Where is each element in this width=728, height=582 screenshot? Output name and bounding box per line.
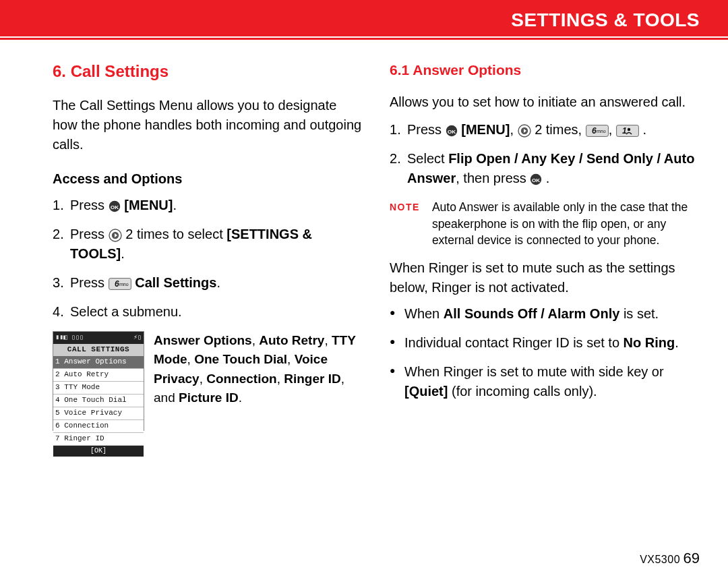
svg-text:OK: OK (448, 129, 456, 135)
text: , (187, 352, 195, 366)
list-item: 2 Auto Retry (53, 369, 144, 382)
step-4: Select a submenu. (53, 302, 363, 322)
text: One Touch Dial (194, 352, 287, 366)
text: When Ringer is set to mute with side key… (404, 364, 664, 379)
phone-statusbar: ▮▮◧ ▯▯▯ ⚡▯ (53, 332, 144, 345)
model-number: VX5300 (640, 554, 680, 565)
text: . (675, 335, 679, 350)
text: Call Settings (131, 275, 217, 290)
text: [MENU] (121, 198, 173, 212)
svg-text:6: 6 (592, 126, 597, 136)
left-column: 6. Call Settings The Call Settings Menu … (53, 60, 363, 431)
subsection-intro: Allows you to set how to initiate an ans… (390, 92, 700, 112)
step-2: Press 2 times to select [SETTINGS & TOOL… (53, 225, 363, 264)
step-1: Press OK [MENU], 2 times, 6mno, 1 . (390, 120, 700, 140)
text: Auto Retry (259, 333, 324, 347)
access-steps: Press OK [MENU]. Press 2 times to select… (53, 196, 363, 322)
page-footer: VX5300 69 (640, 550, 700, 567)
text: Answer Options (154, 333, 252, 347)
list-item: When Ringer is set to mute with side key… (390, 362, 700, 401)
list-item: 6 Connection (53, 420, 144, 433)
text: Press (70, 198, 109, 212)
header-title: SETTINGS & TOOLS (511, 9, 700, 31)
text: Flip Open / Any Key / Send Only / Auto A… (407, 151, 694, 185)
svg-text:OK: OK (111, 204, 119, 210)
text: . (173, 198, 177, 212)
phone-screenshot: ▮▮◧ ▯▯▯ ⚡▯ CALL SETTINGS 1 Answer Option… (53, 331, 144, 431)
list-item: 7 Ringer ID (53, 433, 144, 446)
ok-icon: OK (109, 200, 121, 212)
list-item: 4 One Touch Dial (53, 395, 144, 407)
text: , (252, 333, 260, 347)
text: , (200, 372, 207, 386)
list-item: 1 Answer Options (53, 356, 144, 369)
text: Press (70, 227, 109, 241)
text: Connection (206, 372, 277, 386)
phone-softkey: [OK] (53, 446, 144, 457)
step-2: Select Flip Open / Any Key / Send Only /… (390, 149, 700, 188)
list-item: Individual contact Ringer ID is set to N… (390, 333, 700, 353)
svg-text:6: 6 (115, 279, 119, 289)
note-block: NOTE Auto Answer is available only in th… (390, 199, 700, 249)
subsection-heading: 6.1 Answer Options (390, 60, 700, 80)
right-column: 6.1 Answer Options Allows you to set how… (390, 60, 700, 431)
text: . (639, 122, 646, 137)
text: , (277, 372, 284, 386)
key-6-icon: 6mno (586, 125, 609, 137)
text: Press (70, 275, 109, 290)
text: When (404, 306, 444, 321)
svg-text:mno: mno (119, 282, 129, 287)
key-1-icon: 1 (616, 125, 639, 137)
text: ⚡▯ (133, 333, 142, 343)
access-options-heading: Access and Options (53, 169, 363, 189)
text: Ringer ID (284, 372, 340, 386)
svg-point-16 (628, 128, 630, 131)
note-label: NOTE (390, 199, 420, 249)
text: Press (407, 122, 446, 137)
step-3: Press 6mno Call Settings. (53, 273, 363, 293)
step-1: Press OK [MENU]. (53, 196, 363, 215)
text: . (121, 246, 125, 261)
header-band: SETTINGS & TOOLS (0, 0, 728, 36)
text: Picture ID (179, 390, 239, 405)
ok-icon: OK (530, 173, 542, 185)
ringer-conditions: When All Sounds Off / Alarm Only is set.… (390, 304, 700, 401)
content-columns: 6. Call Settings The Call Settings Menu … (0, 40, 728, 431)
text: 2 times, (531, 122, 586, 137)
answer-options-steps: Press OK [MENU], 2 times, 6mno, 1 . Sele… (390, 120, 700, 188)
text: , (609, 122, 616, 137)
text: , then press (456, 171, 530, 185)
page-number: 69 (684, 550, 700, 566)
text: [Quiet] (404, 384, 448, 399)
nav-right-icon (109, 229, 122, 242)
text: No Ring (624, 335, 675, 350)
text: 2 times to select (122, 227, 227, 241)
key-6-icon: 6mno (109, 278, 131, 290)
text: . (216, 275, 220, 290)
text: All Sounds Off / Alarm Only (444, 306, 620, 321)
submenu-block: ▮▮◧ ▯▯▯ ⚡▯ CALL SETTINGS 1 Answer Option… (53, 331, 363, 431)
list-item: 3 TTY Mode (53, 382, 144, 395)
manual-page: SETTINGS & TOOLS 6. Call Settings The Ca… (0, 0, 728, 582)
list-item: 5 Voice Privacy (53, 407, 144, 420)
text: is set. (619, 306, 659, 321)
svg-rect-14 (616, 125, 638, 137)
text: . (542, 171, 549, 185)
text: , (287, 352, 295, 366)
nav-right-icon (518, 124, 531, 138)
section-intro: The Call Settings Menu allows you to des… (53, 96, 363, 154)
note-body: Auto Answer is available only in the cas… (432, 199, 700, 249)
text: , (324, 333, 332, 347)
text: . (239, 390, 242, 405)
text: ▮▮◧ ▯▯▯ (55, 333, 84, 343)
text: Select (407, 151, 448, 166)
text: , (510, 122, 517, 137)
text: Individual contact Ringer ID is set to (404, 335, 624, 350)
phone-screen-title: CALL SETTINGS (53, 344, 144, 356)
ok-icon: OK (446, 125, 458, 137)
svg-text:mno: mno (597, 129, 606, 134)
svg-text:OK: OK (532, 177, 540, 183)
list-item: When All Sounds Off / Alarm Only is set. (390, 304, 700, 324)
ringer-mute-intro: When Ringer is set to mute such as the s… (390, 258, 700, 297)
text: [MENU] (458, 122, 510, 137)
